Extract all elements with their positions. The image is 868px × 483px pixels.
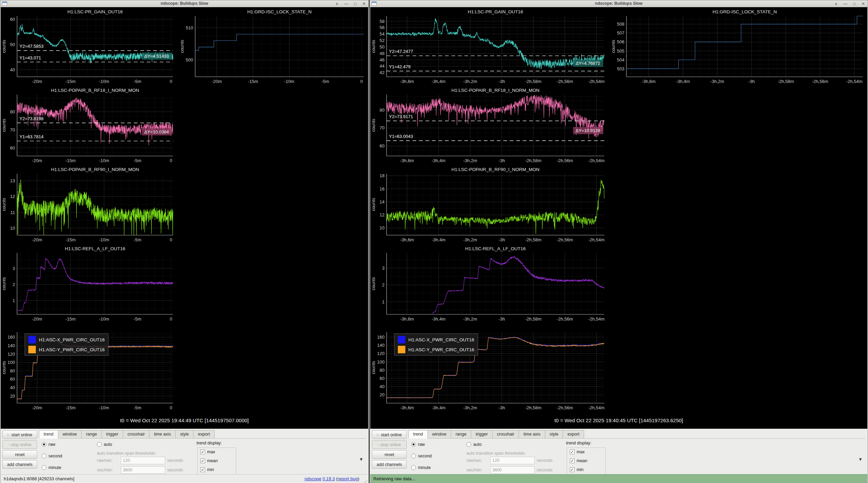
tab-export[interactable]: export (193, 430, 215, 439)
x-tick-label: -10m (99, 237, 109, 242)
tab-range[interactable]: range (81, 430, 102, 439)
checkbox-mean[interactable]: ✓mean (570, 458, 587, 463)
checkbox-min-box[interactable]: ✓ (570, 467, 575, 472)
checkbox-max-box[interactable]: ✓ (570, 450, 575, 454)
cursor-label[interactable]: Y2=47.2477 (389, 49, 413, 54)
tab-crosshair[interactable]: crosshair (492, 430, 519, 439)
plot-h1-lsc-popair-b-rf90-i-norm-mon[interactable]: 10111213-20m-15m-10m-5m0H1:LSC-POPAIR_B_… (1, 166, 176, 244)
tab-style[interactable]: style (545, 430, 563, 439)
radio-auto[interactable]: auto (466, 442, 481, 447)
start-online-button[interactable]: ▷start online (2, 430, 37, 439)
plot-h1-grd-isc-lock-state-n[interactable]: 500510-20m-15m-10m-5m0H1:GRD-ISC_LOCK_ST… (179, 9, 367, 86)
maximize-window-icon[interactable]: □ (853, 0, 856, 7)
resize-grip-icon[interactable] (863, 479, 867, 483)
field-sec-min-input[interactable] (490, 466, 535, 474)
minimize-window-icon[interactable]: — (344, 0, 348, 7)
plot-h1-lsc-pr-gain-out16[interactable]: 424446485052545658-3h,6m-3h,4m-3h,2m-3h-… (371, 9, 607, 86)
radio-raw[interactable]: raw (411, 442, 425, 447)
stop-online-button[interactable]: ▫stop online (2, 440, 37, 449)
tab-trigger[interactable]: trigger (101, 430, 123, 439)
cursor-label[interactable]: Y1=63.7814 (19, 134, 43, 139)
tab-export[interactable]: export (563, 430, 584, 439)
plot-h1-lsc-popair-b-rf90-i-norm-mon[interactable]: 1012141618-3h,6m-3h,4m-3h,2m-3h-2h,58m-2… (371, 166, 607, 244)
tab-style[interactable]: style (175, 430, 194, 439)
cursor-label[interactable]: Y1=63.0043 (389, 134, 413, 139)
tab-window[interactable]: window (428, 430, 451, 439)
radio-auto-circle[interactable] (466, 442, 471, 447)
shade-window-icon[interactable]: ∧ (335, 0, 338, 7)
plot-legend[interactable]: H1:ASC-X_PWR_CIRC_OUT16H1:ASC-Y_PWR_CIRC… (394, 333, 478, 356)
tab-crosshair[interactable]: crosshair (123, 430, 150, 439)
checkbox-min[interactable]: ✓min (200, 467, 214, 472)
tab-range[interactable]: range (451, 430, 471, 439)
add-channels-button[interactable]: add channels (372, 460, 407, 469)
field-sec-min-input[interactable] (121, 466, 165, 474)
cursor-label[interactable]: Y2=73.9171 (389, 114, 413, 119)
radio-minute[interactable]: minute (411, 465, 431, 470)
add-channels-button[interactable]: add channels (2, 460, 37, 469)
plot-plot[interactable]: 20406080100120140160-20m-15m-10m-5m0coun… (1, 325, 176, 412)
shade-window-icon[interactable]: ∧ (835, 0, 838, 7)
cursor-label[interactable]: Y1=43.071 (19, 55, 41, 60)
tab-window[interactable]: window (58, 430, 82, 439)
minimize-window-icon[interactable]: — (843, 0, 848, 7)
radio-raw[interactable]: raw (42, 442, 55, 447)
checkbox-max[interactable]: ✓max (200, 450, 215, 454)
radio-second-circle[interactable] (42, 454, 46, 458)
start-online-button[interactable]: ▷start online (372, 430, 407, 439)
radio-second[interactable]: second (42, 454, 62, 458)
cursor-label[interactable]: Y2=47.5853 (19, 44, 43, 49)
checkbox-min[interactable]: ✓min (570, 467, 583, 472)
checkbox-max[interactable]: ✓max (570, 450, 585, 454)
tab-time-axis[interactable]: time axis (519, 430, 545, 439)
plot-plot[interactable]: 20406080100120140160-3h,6m-3h,4m-3h,2m-3… (371, 325, 607, 412)
report-bug-link[interactable]: report bug (337, 476, 358, 481)
radio-second[interactable]: second (411, 454, 432, 458)
tab-trend[interactable]: trend (39, 430, 58, 439)
field-raw-sec-suffix: seconds (537, 458, 553, 463)
radio-auto[interactable]: auto (97, 442, 112, 447)
panel-expander-icon[interactable]: ▼ (858, 457, 863, 462)
plot-h1-lsc-refl-a-lf-out16[interactable]: 123-20m-15m-10m-5m0H1:LSC-REFL_A_LF_OUT1… (1, 245, 176, 323)
plot-legend[interactable]: H1:ASC-X_PWR_CIRC_OUT16H1:ASC-Y_PWR_CIRC… (25, 333, 108, 356)
radio-auto-circle[interactable] (97, 442, 102, 447)
plot-title: H1:GRD-ISC_LOCK_STATE_N (247, 9, 312, 14)
checkbox-max-box[interactable]: ✓ (200, 450, 205, 454)
reset-button[interactable]: reset (2, 450, 37, 459)
cursor-label[interactable]: Y2=73.8198 (19, 116, 43, 121)
checkbox-mean[interactable]: ✓mean (200, 458, 218, 463)
checkbox-mean-box[interactable]: ✓ (570, 458, 575, 463)
plot-h1-lsc-refl-a-lf-out16[interactable]: 123-3h,6m-3h,4m-3h,2m-3h-2h,58m-2h,56m-2… (371, 245, 607, 323)
plot-h1-lsc-pr-gain-out16[interactable]: 405060-20m-15m-10m-5m0H1:LSC-PR_GAIN_OUT… (1, 9, 176, 86)
radio-minute-circle[interactable] (411, 465, 416, 470)
plot-h1-grd-isc-lock-state-n[interactable]: 503504505506507508-3h,6m-3h,4m-3h,2m-3h-… (611, 9, 866, 86)
radio-minute-circle[interactable] (42, 465, 46, 470)
plot-h1-lsc-popair-b-rf18-i-norm-mon[interactable]: 607080-3h,6m-3h,4m-3h,2m-3h-2h,58m-2h,56… (371, 87, 607, 165)
titlebar[interactable]: ndscope: Buildups Slow ∧—□✕ (0, 0, 368, 8)
maximize-window-icon[interactable]: □ (354, 0, 357, 7)
reset-button[interactable]: reset (372, 450, 407, 459)
ndscope-link[interactable]: ndscope (305, 476, 321, 481)
field-raw-sec-input[interactable] (490, 457, 535, 464)
radio-minute[interactable]: minute (42, 465, 61, 470)
close-window-icon[interactable]: ✕ (362, 0, 366, 7)
checkbox-min-box[interactable]: ✓ (200, 467, 205, 472)
y-tick-label: 60 (380, 143, 385, 148)
resize-grip-icon[interactable] (364, 479, 367, 483)
close-window-icon[interactable]: ✕ (862, 0, 865, 7)
checkbox-mean-box[interactable]: ✓ (200, 458, 205, 463)
version-link[interactable]: 0.19.3 (322, 476, 335, 481)
y-tick-label: 11 (11, 210, 15, 215)
panel-expander-icon[interactable]: ▼ (359, 457, 363, 462)
tab-time-axis[interactable]: time axis (149, 430, 175, 439)
titlebar[interactable]: ndscope: Buildups Slow ∧—□✕ (370, 0, 868, 8)
cursor-label[interactable]: Y1=42.479 (389, 64, 410, 69)
radio-raw-circle[interactable] (411, 442, 416, 447)
field-raw-sec-input[interactable] (121, 457, 165, 464)
radio-second-circle[interactable] (411, 454, 416, 458)
plot-h1-lsc-popair-b-rf18-i-norm-mon[interactable]: 607080-20m-15m-10m-5m0H1:LSC-POPAIR_B_RF… (1, 87, 176, 165)
stop-online-button[interactable]: ▫stop online (372, 440, 407, 449)
tab-trigger[interactable]: trigger (471, 430, 492, 439)
tab-trend[interactable]: trend (408, 430, 428, 439)
radio-raw-circle[interactable] (42, 442, 46, 447)
